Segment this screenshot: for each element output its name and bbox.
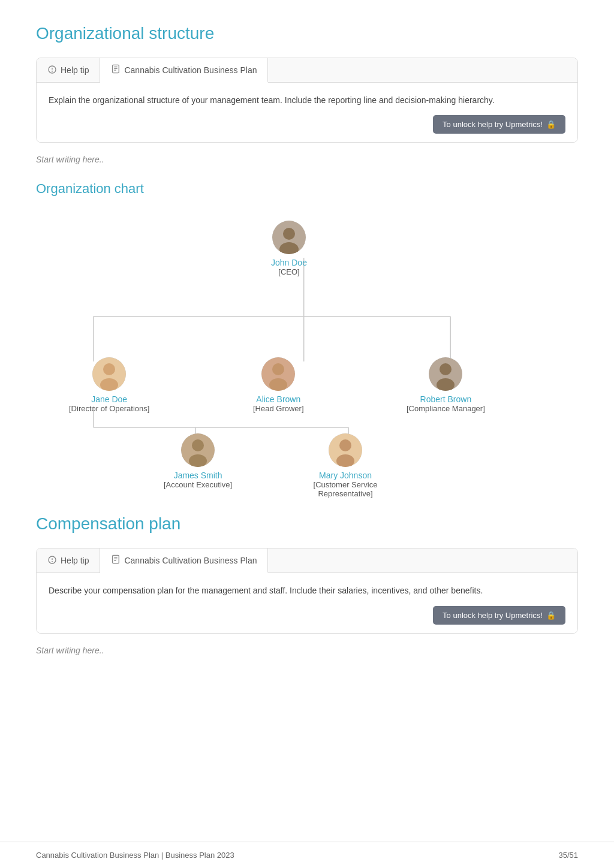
- svg-point-27: [437, 378, 455, 391]
- org-title-account: [Account Executive]: [164, 480, 232, 489]
- lock-icon-1: 🔒: [546, 120, 556, 129]
- svg-point-17: [283, 228, 295, 240]
- svg-point-2: [52, 71, 53, 71]
- org-title-grower: [Head Grower]: [253, 404, 304, 413]
- lock-icon-2: 🔒: [546, 611, 556, 620]
- unlock-button-2[interactable]: To unlock help try Upmetrics! 🔒: [433, 606, 565, 625]
- org-title-ceo: [CEO]: [278, 267, 299, 276]
- page-footer: Cannabis Cultivation Business Plan | Bus…: [0, 842, 614, 868]
- org-chart: John Doe [CEO] Jane Doe [Director of Ope…: [36, 215, 578, 466]
- help-tip-tabs-1: Help tip Cannabis Cultivation Business P…: [37, 58, 577, 83]
- document-icon-2: [111, 554, 121, 566]
- org-title-compliance: [Compliance Manager]: [407, 404, 485, 413]
- help-tip-content-2: Describe your compensation plan for the …: [37, 573, 577, 632]
- org-name-ceo: John Doe: [271, 258, 307, 267]
- unlock-label-1: To unlock help try Upmetrics!: [443, 120, 543, 129]
- help-tip-box-2: Help tip Cannabis Cultivation Business P…: [36, 548, 578, 633]
- unlock-label-2: To unlock help try Upmetrics!: [443, 611, 543, 620]
- org-name-customer: Mary Johnson: [319, 471, 372, 480]
- section-heading-org: Organizational structure: [36, 24, 578, 43]
- help-tip-label-1: Help tip: [61, 65, 89, 75]
- help-tip-tab-doc-2[interactable]: Cannabis Cultivation Business Plan: [100, 548, 268, 573]
- footer-title: Cannabis Cultivation Business Plan | Bus…: [36, 851, 234, 860]
- org-chart-heading: Organization chart: [36, 181, 578, 197]
- help-tip-box-1: Help tip Cannabis Cultivation Business P…: [36, 58, 578, 143]
- org-node-ops: Jane Doe [Director of Operations]: [69, 357, 149, 413]
- svg-point-23: [272, 363, 284, 375]
- org-name-ops: Jane Doe: [91, 394, 127, 404]
- org-avatar-ceo: [272, 221, 306, 254]
- document-icon-1: [111, 64, 121, 76]
- help-tip-tab-helptip-1[interactable]: Help tip: [37, 58, 100, 82]
- compensation-section: Compensation plan Help tip: [36, 514, 578, 655]
- org-avatar-grower: [261, 357, 295, 391]
- svg-point-33: [336, 454, 354, 467]
- org-avatar-customer: [329, 433, 362, 467]
- start-writing-1[interactable]: Start writing here..: [36, 155, 578, 164]
- footer-pages: 35/51: [558, 851, 578, 860]
- org-avatar-compliance: [429, 357, 462, 391]
- svg-point-26: [440, 363, 452, 375]
- org-lines: [36, 215, 578, 466]
- help-tip-content-1: Explain the organizational structure of …: [37, 83, 577, 142]
- svg-point-30: [189, 454, 207, 467]
- svg-point-20: [103, 363, 115, 375]
- lightbulb-icon-2: [47, 555, 57, 566]
- org-name-account: James Smith: [174, 471, 222, 480]
- help-tip-description-2: Describe your compensation plan for the …: [49, 584, 565, 597]
- org-node-customer: Mary Johnson [Customer Service Represent…: [309, 433, 381, 498]
- org-avatar-account: [181, 433, 215, 467]
- help-tip-tab-helptip-2[interactable]: Help tip: [37, 548, 100, 572]
- unlock-btn-container-2: To unlock help try Upmetrics! 🔒: [49, 606, 565, 625]
- org-name-compliance: Robert Brown: [420, 394, 472, 404]
- help-tip-tabs-2: Help tip Cannabis Cultivation Business P…: [37, 548, 577, 573]
- svg-point-24: [269, 378, 287, 391]
- start-writing-2[interactable]: Start writing here..: [36, 646, 578, 655]
- svg-point-29: [192, 439, 204, 451]
- org-avatar-ops: [92, 357, 126, 391]
- help-tip-label-2: Help tip: [61, 556, 89, 565]
- org-title-customer: [Customer Service Representative]: [309, 480, 381, 498]
- unlock-button-1[interactable]: To unlock help try Upmetrics! 🔒: [433, 115, 565, 134]
- svg-point-21: [100, 378, 118, 391]
- help-tip-description-1: Explain the organizational structure of …: [49, 94, 565, 107]
- org-node-account: James Smith [Account Executive]: [164, 433, 232, 489]
- unlock-btn-container-1: To unlock help try Upmetrics! 🔒: [49, 115, 565, 134]
- org-node-compliance: Robert Brown [Compliance Manager]: [407, 357, 485, 413]
- section-heading-compensation: Compensation plan: [36, 514, 578, 534]
- org-name-grower: Alice Brown: [256, 394, 300, 404]
- help-tip-tab-doc-1[interactable]: Cannabis Cultivation Business Plan: [100, 58, 268, 83]
- lightbulb-icon: [47, 65, 57, 76]
- org-node-ceo: John Doe [CEO]: [271, 221, 307, 276]
- org-node-grower: Alice Brown [Head Grower]: [253, 357, 304, 413]
- svg-point-36: [52, 561, 53, 562]
- svg-point-32: [339, 439, 351, 451]
- help-tip-doc-label-1: Cannabis Cultivation Business Plan: [124, 65, 257, 75]
- org-title-ops: [Director of Operations]: [69, 404, 149, 413]
- help-tip-doc-label-2: Cannabis Cultivation Business Plan: [124, 556, 257, 565]
